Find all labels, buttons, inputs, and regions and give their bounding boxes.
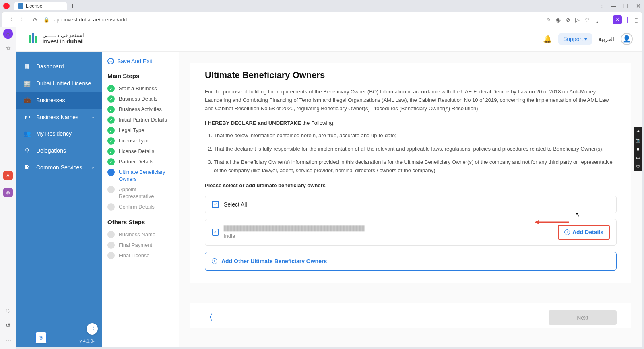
menu-icon[interactable]: ≡ <box>605 17 608 23</box>
maximize-icon[interactable]: ❐ <box>623 3 629 9</box>
download-icon[interactable]: ⭳ <box>594 17 600 23</box>
browser-tab-bar: License + ⌕ — ❐ ✕ <box>0 0 644 12</box>
tab-favicon-icon <box>18 3 23 9</box>
opera-logo-icon <box>3 3 10 9</box>
lock-icon[interactable]: 🔒 <box>43 17 50 23</box>
new-tab-button[interactable]: + <box>71 2 74 10</box>
heart-icon[interactable]: ♡ <box>584 17 590 23</box>
tab-title: License <box>26 3 42 9</box>
browser-tab[interactable]: License <box>14 2 67 10</box>
shield-icon[interactable]: ⊘ <box>566 17 570 23</box>
address-bar: 〈 〉 ⟳ 🔒 app.invest.dubai.ae/license/add … <box>2 12 642 27</box>
camera-icon[interactable]: ◉ <box>556 17 561 23</box>
url-host: dubai.ae <box>79 17 99 23</box>
play-icon[interactable]: ▷ <box>575 17 580 23</box>
url-field[interactable]: app.invest.dubai.ae/license/add <box>54 17 542 23</box>
minimize-icon[interactable]: — <box>611 3 616 9</box>
forward-nav-button[interactable]: 〉 <box>19 16 27 23</box>
search-icon[interactable]: ⌕ <box>600 3 603 9</box>
cube-icon[interactable]: ⬚ <box>633 17 638 23</box>
close-window-icon[interactable]: ✕ <box>636 3 641 9</box>
url-path: /license/add <box>99 17 127 23</box>
extension-icon[interactable]: | <box>627 17 628 23</box>
profile-badge[interactable]: 8 <box>613 15 622 24</box>
reload-button[interactable]: ⟳ <box>31 17 39 23</box>
back-nav-button[interactable]: 〈 <box>6 16 14 23</box>
edit-icon[interactable]: ✎ <box>546 17 551 23</box>
url-part: app.invest. <box>54 17 79 23</box>
